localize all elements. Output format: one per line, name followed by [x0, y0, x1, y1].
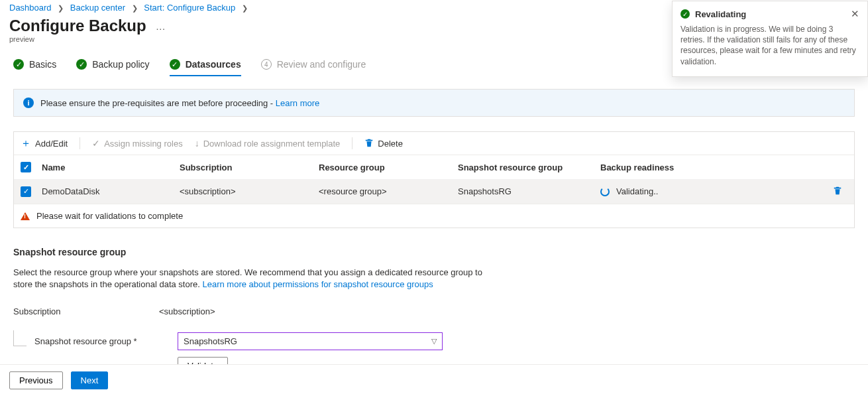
tree-branch-icon: [13, 330, 27, 346]
row-delete-button[interactable]: [833, 186, 842, 197]
snapshot-section-desc: Select the resource group where your sna…: [13, 267, 490, 291]
banner-text: Please ensure the pre-requisites are met…: [40, 98, 276, 108]
more-actions-button[interactable]: …: [156, 21, 166, 31]
col-header-name: Name: [42, 163, 180, 172]
cell-name: DemoDataDisk: [42, 186, 180, 196]
datasource-grid: ＋ Add/Edit ✓ Assign missing roles ↓ Down…: [13, 131, 855, 228]
tab-datasources[interactable]: ✓ Datasources: [170, 59, 241, 76]
check-icon: ✓: [170, 59, 180, 70]
chevron-right-icon: ❯: [242, 4, 248, 12]
step-number-icon: 4: [261, 59, 272, 70]
warning-icon: [21, 212, 30, 220]
info-icon: i: [23, 98, 34, 108]
next-button[interactable]: Next: [71, 371, 109, 389]
delete-button[interactable]: Delete: [364, 138, 403, 149]
subscription-label: Subscription: [13, 306, 159, 316]
snapshot-learn-more-link[interactable]: Learn more about permissions for snapsho…: [202, 279, 433, 289]
col-header-resource-group: Resource group: [319, 163, 458, 172]
tab-basics[interactable]: ✓ Basics: [13, 59, 56, 76]
snapshot-rg-label: Snapshot resource group *: [34, 336, 137, 346]
tab-label: Basics: [29, 59, 56, 70]
col-header-snapshot-rg: Snapshot resource group: [458, 163, 600, 172]
banner-learn-more-link[interactable]: Learn more: [276, 98, 319, 108]
add-edit-button[interactable]: ＋ Add/Edit: [21, 138, 68, 149]
wizard-footer: Previous Next: [0, 364, 868, 396]
separator: [80, 137, 80, 149]
select-all-checkbox[interactable]: ✓: [21, 162, 31, 172]
separator: [352, 137, 353, 149]
col-header-subscription: Subscription: [180, 163, 319, 172]
info-banner: i Please ensure the pre-requisites are m…: [13, 89, 855, 117]
download-icon: ↓: [195, 138, 199, 149]
plus-icon: ＋: [21, 138, 31, 149]
chevron-down-icon: ▽: [431, 337, 437, 346]
tab-label: Datasources: [186, 59, 241, 70]
snapshot-section-title: Snapshot resource group: [13, 247, 855, 257]
cell-readiness: Validating..: [616, 186, 658, 196]
success-icon: ✓: [680, 9, 690, 19]
check-icon: ✓: [92, 138, 100, 149]
close-icon[interactable]: ✕: [851, 8, 859, 20]
button-label: Delete: [378, 139, 403, 149]
validation-warning-row: Please wait for validations to complete: [14, 204, 854, 228]
chevron-right-icon: ❯: [58, 4, 64, 12]
tab-label: Review and configure: [277, 59, 366, 70]
breadcrumb-link-start-configure[interactable]: Start: Configure Backup: [144, 3, 235, 13]
previous-button[interactable]: Previous: [9, 371, 63, 389]
assign-roles-button: ✓ Assign missing roles: [92, 138, 183, 149]
table-row[interactable]: ✓ DemoDataDisk <subscription> <resource …: [14, 179, 854, 204]
button-label: Add/Edit: [35, 139, 68, 149]
tab-backup-policy[interactable]: ✓ Backup policy: [76, 59, 149, 76]
trash-icon: [364, 138, 374, 149]
warning-text: Please wait for validations to complete: [36, 211, 183, 221]
cell-subscription: <subscription>: [180, 186, 319, 196]
spinner-icon: [600, 187, 610, 196]
subscription-value: <subscription>: [159, 306, 215, 316]
check-icon: ✓: [76, 59, 87, 70]
toast-title: Revalidating: [695, 9, 746, 19]
toast-body: Validation is in progress. We will be do…: [680, 24, 859, 67]
row-checkbox[interactable]: ✓: [21, 186, 31, 197]
grid-toolbar: ＋ Add/Edit ✓ Assign missing roles ↓ Down…: [14, 132, 854, 155]
breadcrumb-link-backup-center[interactable]: Backup center: [70, 3, 125, 13]
page-title: Configure Backup: [9, 17, 146, 35]
breadcrumb-link-dashboard[interactable]: Dashboard: [9, 3, 52, 13]
select-value: SnapshotsRG: [184, 336, 237, 346]
snapshot-rg-select[interactable]: SnapshotsRG ▽: [178, 332, 443, 350]
notification-toast: ✓ Revalidating ✕ Validation is in progre…: [672, 1, 868, 77]
grid-header-row: ✓ Name Subscription Resource group Snaps…: [14, 155, 854, 179]
tab-review: 4 Review and configure: [261, 59, 366, 76]
check-icon: ✓: [13, 59, 24, 70]
chevron-right-icon: ❯: [132, 4, 138, 12]
download-template-button: ↓ Download role assignment template: [195, 138, 341, 149]
tab-label: Backup policy: [92, 59, 149, 70]
button-label: Assign missing roles: [104, 139, 183, 149]
cell-resource-group: <resource group>: [319, 186, 458, 196]
cell-snapshot-rg: SnapshotsRG: [458, 186, 600, 196]
col-header-readiness: Backup readiness: [600, 163, 828, 172]
button-label: Download role assignment template: [203, 139, 341, 149]
